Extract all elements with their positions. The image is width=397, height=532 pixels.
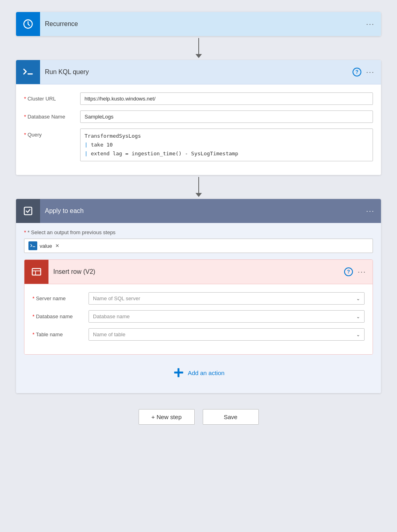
apply-title: Apply to each	[40, 207, 366, 215]
table-name-select[interactable]: Name of table ⌄	[89, 328, 365, 341]
kql-title: Run KQL query	[40, 68, 353, 76]
svg-rect-4	[32, 269, 41, 275]
query-text: TransformedSysLogs | take 10 | extend la…	[85, 132, 369, 158]
insert-header: Insert row (V2) ? ···	[24, 260, 373, 284]
value-tag-row[interactable]: value ✕	[24, 239, 373, 253]
add-action-container: Add an action	[24, 355, 373, 387]
flow-container: Recurrence ··· Run KQL query ? ···	[16, 12, 381, 425]
svg-rect-8	[177, 368, 179, 377]
server-name-select[interactable]: Name of SQL server ⌄	[89, 292, 365, 305]
recurrence-header: Recurrence ···	[16, 12, 381, 36]
db-name-row: * Database name Database name ⌄	[32, 310, 365, 323]
query-line1: TransformedSysLogs	[85, 132, 369, 141]
insert-body: * Server name Name of SQL server ⌄ * Dat…	[24, 284, 373, 354]
database-name-row: * Database Name	[24, 110, 373, 123]
kql-help-button[interactable]: ?	[353, 68, 361, 76]
apply-icon	[16, 199, 40, 223]
server-name-row: * Server name Name of SQL server ⌄	[32, 292, 365, 305]
table-name-chevron-icon: ⌄	[356, 332, 360, 337]
insert-help-button[interactable]: ?	[344, 267, 353, 276]
kql-card: Run KQL query ? ··· * Cluster URL * Data…	[16, 60, 381, 175]
insert-more-button[interactable]: ···	[358, 268, 366, 276]
cluster-url-input[interactable]	[80, 92, 373, 105]
recurrence-icon	[16, 12, 40, 36]
add-action-icon	[173, 367, 185, 379]
kql-actions: ? ···	[353, 68, 375, 76]
database-name-input[interactable]	[80, 110, 373, 123]
new-step-button[interactable]: + New step	[139, 409, 195, 425]
recurrence-more-button[interactable]: ···	[366, 20, 375, 28]
bottom-buttons: + New step Save	[139, 409, 259, 425]
svg-rect-2	[24, 207, 32, 215]
db-name-chevron-icon: ⌄	[356, 314, 360, 319]
select-output-label: * * Select an output from previous steps	[24, 229, 373, 235]
apply-body: * * Select an output from previous steps…	[16, 223, 381, 393]
kql-more-button[interactable]: ···	[366, 68, 375, 76]
kql-icon	[16, 60, 40, 84]
query-line3: | extend lag = ingestion_time() - SysLog…	[85, 149, 369, 158]
arrow-line-1	[198, 38, 199, 54]
arrow-head-2	[195, 193, 202, 197]
value-tag-close-icon[interactable]: ✕	[55, 243, 59, 249]
db-name-label: * Database name	[32, 310, 89, 319]
server-name-placeholder: Name of SQL server	[93, 295, 140, 301]
apply-to-each-card: Apply to each ··· * * Select an output f…	[16, 199, 381, 393]
cluster-url-label: * Cluster URL	[24, 92, 80, 102]
server-name-chevron-icon: ⌄	[356, 296, 360, 301]
value-tag-icon	[28, 241, 37, 250]
db-name-select[interactable]: Database name ⌄	[89, 310, 365, 323]
value-tag-text: value	[40, 243, 52, 249]
query-line2: | take 10	[85, 141, 369, 149]
recurrence-card: Recurrence ···	[16, 12, 381, 36]
add-action-button[interactable]: Add an action	[173, 367, 225, 379]
recurrence-actions: ···	[366, 20, 375, 28]
insert-icon	[24, 260, 48, 284]
insert-title: Insert row (V2)	[48, 268, 344, 275]
query-input[interactable]: TransformedSysLogs | take 10 | extend la…	[80, 128, 373, 161]
recurrence-title: Recurrence	[40, 20, 366, 28]
kql-body: * Cluster URL * Database Name * Query Tr…	[16, 84, 381, 175]
insert-row-card: Insert row (V2) ? ··· * Server name Name…	[24, 259, 373, 355]
apply-header: Apply to each ···	[16, 199, 381, 223]
arrow-line-2	[198, 177, 199, 193]
arrow-2	[195, 175, 202, 199]
query-label: * Query	[24, 128, 80, 138]
insert-actions: ? ···	[344, 267, 366, 276]
db-name-placeholder: Database name	[93, 313, 130, 319]
apply-more-button[interactable]: ···	[366, 207, 375, 215]
table-name-row: * Table name Name of table ⌄	[32, 328, 365, 341]
arrow-1	[195, 36, 202, 60]
query-row: * Query TransformedSysLogs | take 10 | e…	[24, 128, 373, 161]
database-name-label: * Database Name	[24, 110, 80, 120]
server-name-label: * Server name	[32, 292, 89, 301]
table-name-label: * Table name	[32, 328, 89, 337]
cluster-url-row: * Cluster URL	[24, 92, 373, 105]
table-name-placeholder: Name of table	[93, 331, 125, 337]
add-action-label: Add an action	[188, 369, 225, 376]
kql-header: Run KQL query ? ···	[16, 60, 381, 84]
save-button[interactable]: Save	[203, 409, 259, 425]
arrow-head-1	[195, 54, 202, 58]
